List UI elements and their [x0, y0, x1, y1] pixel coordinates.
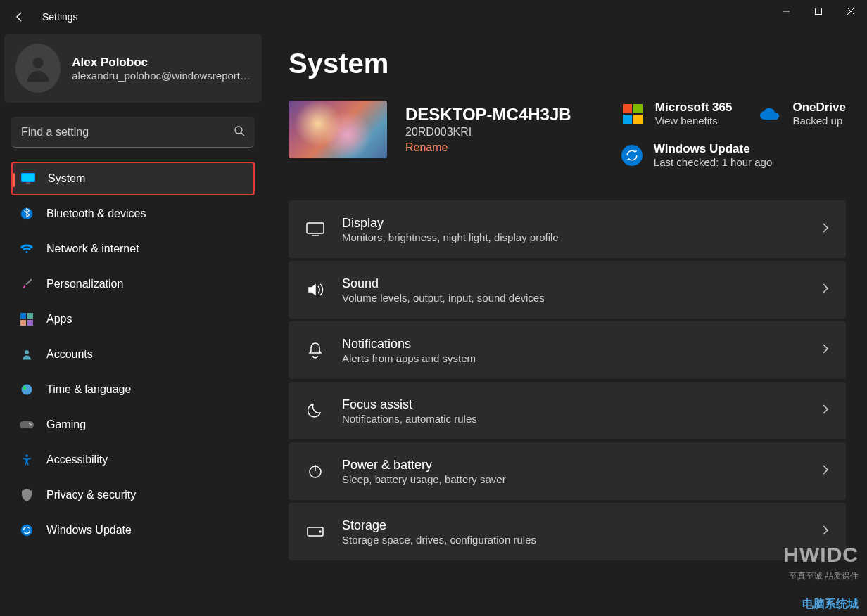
svg-rect-1	[816, 8, 822, 15]
setting-display[interactable]: DisplayMonitors, brightness, night light…	[289, 200, 846, 258]
nav-label: Bluetooth & devices	[46, 207, 146, 220]
chevron-right-icon	[822, 525, 829, 539]
chevron-right-icon	[822, 222, 829, 236]
sync-icon	[20, 523, 34, 537]
chevron-right-icon	[822, 343, 829, 357]
apps-icon	[20, 312, 34, 326]
chevron-right-icon	[822, 404, 829, 418]
gamepad-icon	[20, 418, 34, 432]
microsoft-icon	[621, 103, 644, 125]
moon-icon	[305, 401, 325, 421]
nav-item-gaming[interactable]: Gaming	[11, 408, 255, 442]
setting-sound[interactable]: SoundVolume levels, output, input, sound…	[289, 261, 846, 319]
setting-subtitle: Notifications, automatic rules	[342, 413, 805, 425]
bell-icon	[305, 340, 325, 360]
update-card[interactable]: Windows UpdateLast checked: 1 hour ago	[621, 142, 846, 168]
svg-rect-9	[26, 182, 30, 184]
chevron-right-icon	[822, 464, 829, 478]
display-icon	[305, 219, 325, 239]
watermark-brand: HWIDC	[783, 543, 859, 567]
accessibility-icon	[20, 453, 34, 467]
sidebar: Alex Poloboc alexandru_poloboc@windowsre…	[0, 34, 267, 616]
storage-icon	[305, 522, 325, 541]
setting-title: Focus assist	[342, 397, 805, 412]
nav-label: Windows Update	[46, 524, 132, 537]
back-button[interactable]	[6, 3, 34, 31]
device-model: 20RD003KRI	[405, 126, 571, 139]
wifi-icon	[20, 242, 34, 256]
person-icon	[20, 347, 34, 361]
main-panel: System DESKTOP-MC4H3JB 20RD003KRI Rename…	[267, 34, 867, 616]
setting-focus-assist[interactable]: Focus assistNotifications, automatic rul…	[289, 382, 846, 439]
chevron-right-icon	[822, 283, 829, 297]
svg-point-18	[29, 423, 30, 424]
svg-rect-12	[27, 313, 33, 319]
nav-item-time-language[interactable]: Time & language	[11, 373, 255, 406]
setting-subtitle: Monitors, brightness, night light, displ…	[342, 231, 805, 243]
svg-rect-13	[20, 320, 26, 326]
rename-link[interactable]: Rename	[405, 141, 571, 154]
titlebar: Settings	[0, 0, 867, 34]
nav-item-accounts[interactable]: Accounts	[11, 338, 255, 371]
svg-rect-8	[22, 174, 34, 181]
nav-label: Time & language	[46, 383, 131, 396]
ms365-title: Microsoft 365	[655, 101, 733, 115]
ms365-sub: View benefits	[655, 115, 733, 127]
window-controls	[770, 0, 867, 23]
desktop-thumbnail	[289, 101, 387, 158]
minimize-button[interactable]	[770, 0, 802, 23]
globe-icon	[20, 383, 34, 397]
onedrive-card[interactable]: OneDriveBacked up	[759, 101, 846, 127]
nav-label: Accessibility	[46, 454, 108, 466]
nav-item-bluetooth-devices[interactable]: Bluetooth & devices	[11, 197, 255, 231]
search-box[interactable]	[11, 117, 255, 148]
svg-rect-22	[307, 223, 324, 233]
setting-notifications[interactable]: NotificationsAlerts from apps and system	[289, 321, 846, 379]
watermark-tag: 至真至诚 品质保住	[789, 570, 859, 582]
bluetooth-icon	[20, 207, 34, 221]
search-icon	[234, 125, 245, 139]
setting-subtitle: Alerts from apps and system	[342, 352, 805, 364]
setting-title: Power & battery	[342, 458, 805, 473]
nav-item-accessibility[interactable]: Accessibility	[11, 443, 255, 477]
nav-label: Accounts	[46, 348, 93, 361]
svg-rect-14	[27, 320, 33, 326]
nav-item-apps[interactable]: Apps	[11, 302, 255, 336]
svg-point-5	[235, 127, 242, 134]
setting-storage[interactable]: StorageStorage space, drives, configurat…	[289, 503, 846, 560]
search-input[interactable]	[21, 126, 234, 139]
window-title: Settings	[42, 11, 78, 23]
svg-line-6	[241, 133, 244, 136]
close-button[interactable]	[835, 0, 867, 23]
setting-title: Notifications	[342, 337, 805, 352]
profile-name: Alex Poloboc	[72, 56, 251, 70]
maximize-button[interactable]	[802, 0, 835, 23]
shield-icon	[20, 488, 34, 502]
nav-item-network-internet[interactable]: Network & internet	[11, 232, 255, 266]
nav-label: Gaming	[46, 418, 86, 431]
setting-title: Sound	[342, 276, 805, 291]
nav-item-privacy-security[interactable]: Privacy & security	[11, 478, 255, 512]
update-sub: Last checked: 1 hour ago	[654, 156, 772, 168]
sound-icon	[305, 280, 325, 300]
setting-subtitle: Volume levels, output, input, sound devi…	[342, 292, 805, 304]
ms365-card[interactable]: Microsoft 365View benefits	[621, 101, 733, 127]
nav-label: Network & internet	[46, 243, 139, 255]
onedrive-sub: Backed up	[792, 115, 846, 127]
settings-list: DisplayMonitors, brightness, night light…	[289, 200, 846, 560]
device-name: DESKTOP-MC4H3JB	[405, 105, 571, 124]
nav-item-windows-update[interactable]: Windows Update	[11, 513, 255, 547]
profile-card[interactable]: Alex Poloboc alexandru_poloboc@windowsre…	[4, 34, 262, 103]
power-icon	[305, 461, 325, 481]
brush-icon	[20, 277, 34, 291]
setting-power-battery[interactable]: Power & batterySleep, battery usage, bat…	[289, 442, 846, 500]
nav-list: SystemBluetooth & devicesNetwork & inter…	[4, 162, 262, 547]
svg-point-27	[319, 531, 321, 532]
update-title: Windows Update	[654, 142, 772, 156]
monitor-icon	[21, 172, 35, 186]
nav-item-personalization[interactable]: Personalization	[11, 267, 255, 301]
setting-subtitle: Storage space, drives, configuration rul…	[342, 534, 805, 546]
profile-email: alexandru_poloboc@windowsreport…	[72, 70, 251, 82]
nav-item-system[interactable]: System	[11, 162, 255, 195]
page-title: System	[289, 48, 846, 79]
